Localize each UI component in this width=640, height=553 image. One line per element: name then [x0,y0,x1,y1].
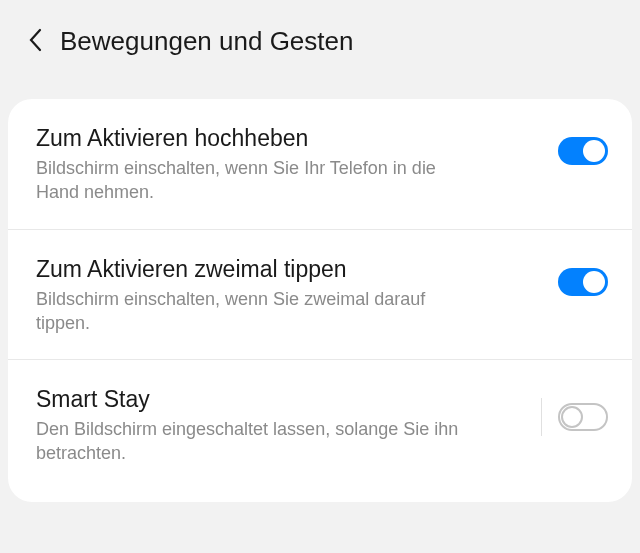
settings-card: Zum Aktivieren hochheben Bildschirm eins… [8,99,632,502]
setting-smart-stay[interactable]: Smart Stay Den Bildschirm eingeschaltet … [8,360,632,490]
setting-text: Smart Stay Den Bildschirm eingeschaltet … [36,386,529,466]
back-icon[interactable] [28,28,42,56]
toggle-lift-to-wake[interactable] [558,137,608,165]
setting-desc: Den Bildschirm eingeschaltet lassen, sol… [36,417,476,466]
setting-text: Zum Aktivieren hochheben Bildschirm eins… [36,125,546,205]
toggle-wrap [541,386,608,436]
setting-title: Zum Aktivieren hochheben [36,125,546,152]
setting-desc: Bildschirm einschalten, wenn Sie zweimal… [36,287,476,336]
setting-text: Zum Aktivieren zweimal tippen Bildschirm… [36,256,546,336]
setting-double-tap[interactable]: Zum Aktivieren zweimal tippen Bildschirm… [8,230,632,361]
setting-lift-to-wake[interactable]: Zum Aktivieren hochheben Bildschirm eins… [8,99,632,230]
setting-title: Smart Stay [36,386,529,413]
toggle-double-tap[interactable] [558,268,608,296]
setting-desc: Bildschirm einschalten, wenn Sie Ihr Tel… [36,156,476,205]
setting-title: Zum Aktivieren zweimal tippen [36,256,546,283]
page-title: Bewegungen und Gesten [60,26,353,57]
header-bar: Bewegungen und Gesten [0,0,640,81]
toggle-smart-stay[interactable] [558,403,608,431]
toggle-wrap [558,125,608,165]
toggle-separator [541,398,542,436]
toggle-wrap [558,256,608,296]
